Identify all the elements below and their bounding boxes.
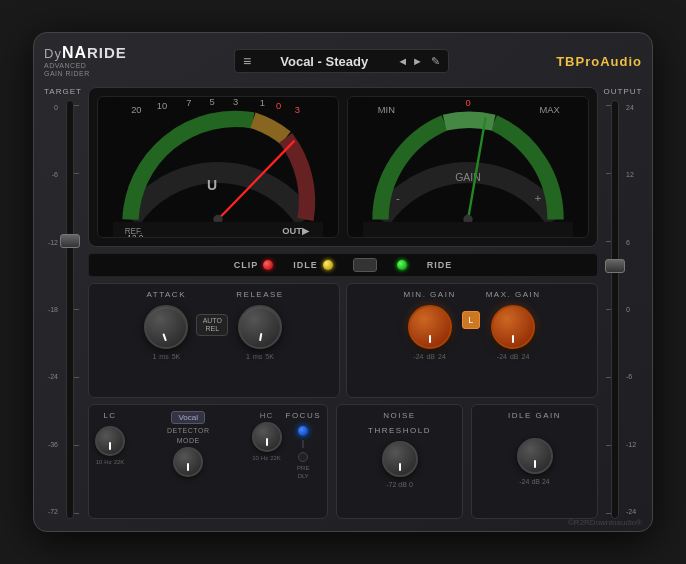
max-gain-indicator — [512, 335, 514, 343]
hc-label: HC — [260, 411, 274, 420]
status-button[interactable] — [353, 258, 377, 272]
ar-row: ATTACK 1 ms 5K — [95, 290, 333, 360]
idle-led — [323, 260, 333, 270]
release-section: RELEASE 1 ms 5K — [236, 290, 283, 360]
target-fader-area: 0 -6 -12 -18 -24 -36 -72 — [44, 100, 82, 519]
release-knob[interactable] — [238, 305, 282, 349]
release-ms-label: ms — [253, 353, 262, 360]
clip-led — [263, 260, 273, 270]
hc-section: HC 10 Hz 22K — [252, 411, 282, 461]
pencil-icon[interactable]: ✎ — [431, 55, 440, 68]
pre-dly-label: PRE — [297, 465, 309, 471]
svg-text:5: 5 — [210, 97, 215, 107]
attack-label: ATTACK — [147, 290, 186, 299]
vu-left-meter: 20 10 7 5 3 1 0 3 — [97, 96, 339, 238]
link-button[interactable]: L — [462, 311, 480, 329]
svg-text:0: 0 — [276, 101, 281, 111]
brand-name: TBProAudio — [556, 54, 642, 69]
hc-knob[interactable] — [252, 422, 282, 452]
noise-indicator — [399, 463, 401, 471]
attack-knob[interactable] — [144, 305, 188, 349]
max-gain-knob[interactable] — [491, 305, 535, 349]
svg-text:0: 0 — [465, 98, 470, 108]
attack-ms-label: ms — [159, 353, 168, 360]
target-fader-track[interactable] — [66, 100, 74, 519]
plugin-container: DyNARIDE ADVANCED GAIN RIDER ≡ Vocal - S… — [33, 32, 653, 532]
min-gain-high: 24 — [438, 353, 446, 360]
lc-label: LC — [103, 411, 116, 420]
svg-text:3: 3 — [233, 97, 238, 107]
logo-dy: Dy — [44, 46, 62, 61]
focus-section: FOCUS PRE DLY — [286, 411, 322, 479]
attack-release-panel: ATTACK 1 ms 5K — [88, 283, 340, 398]
idle-gain-section: IDLE GAIN -24 dB 24 — [478, 411, 591, 485]
vu-right-svg: MIN 0 MAX GAIN - — [348, 97, 588, 237]
meters-section: 20 10 7 5 3 1 0 3 — [88, 87, 598, 247]
attack-knob-indicator — [163, 333, 168, 341]
output-fader-area: 24 12 6 0 -6 -12 -24 — [604, 100, 642, 519]
attack-knob-wrapper — [144, 305, 188, 349]
prev-preset-button[interactable]: ◄ — [397, 55, 408, 67]
hamburger-icon[interactable]: ≡ — [243, 53, 251, 69]
svg-text:-: - — [396, 191, 400, 204]
max-gain-label: MAX. GAIN — [486, 290, 541, 299]
noise-threshold-label: NOISE — [383, 411, 415, 420]
max-gain-high: 24 — [522, 353, 530, 360]
min-gain-label: MIN. GAIN — [403, 290, 455, 299]
focus-dot[interactable] — [298, 426, 308, 436]
controls-section: ATTACK 1 ms 5K — [88, 283, 598, 398]
logo: DyNARIDE ADVANCED GAIN RIDER — [44, 44, 127, 79]
detector-panel: LC 10 Hz 22K Vocal — [88, 404, 328, 519]
svg-rect-25 — [363, 222, 573, 237]
noise-threshold-label2: THRESHOLD — [368, 426, 431, 435]
target-label: TARGET — [44, 87, 82, 96]
min-gain-db: dB — [426, 353, 435, 360]
focus-label: FOCUS — [286, 411, 322, 420]
release-label: RELEASE — [236, 290, 283, 299]
detector-indicator — [187, 463, 189, 471]
preset-bar: ≡ Vocal - Steady ◄ ► ✎ — [234, 49, 449, 73]
min-gain-indicator — [429, 335, 431, 343]
output-fader-col: OUTPUT 24 12 6 0 -6 -12 -24 — [604, 87, 642, 519]
logo-subtitle: ADVANCED GAIN RIDER — [44, 62, 127, 79]
min-gain-knob[interactable] — [408, 305, 452, 349]
detector-mode-knob[interactable] — [173, 447, 203, 477]
attack-5k: 5K — [172, 353, 181, 360]
vocal-badge: Vocal — [171, 411, 205, 424]
next-preset-button[interactable]: ► — [412, 55, 423, 67]
main-area: TARGET 0 -6 -12 -18 -24 -36 -72 — [44, 87, 642, 519]
clip-label: CLIP — [234, 260, 259, 270]
ride-led — [397, 260, 407, 270]
min-max-gain-panel: MIN. GAIN -24 dB 24 L — [346, 283, 598, 398]
auto-rel-button[interactable]: AUTOREL — [196, 314, 228, 337]
lc-knob[interactable] — [95, 426, 125, 456]
idle-status: IDLE — [293, 260, 333, 270]
logo-ride: RIDE — [87, 44, 127, 61]
detector-mode-label: DETECTOR — [167, 427, 209, 434]
detector-mode-section: Vocal DETECTOR MODE — [129, 411, 248, 477]
max-gain-low: -24 — [497, 353, 507, 360]
detector-mode-label2: MODE — [177, 437, 200, 444]
center-panel: 20 10 7 5 3 1 0 3 — [88, 87, 598, 519]
svg-text:MAX: MAX — [540, 105, 561, 115]
output-fader-track[interactable] — [611, 100, 619, 519]
ride-label: RIDE — [427, 260, 453, 270]
idle-gain-indicator — [534, 460, 536, 468]
vu-left-svg: 20 10 7 5 3 1 0 3 — [98, 97, 338, 237]
logo-area: DyNARIDE ADVANCED GAIN RIDER — [44, 44, 127, 79]
noise-threshold-knob[interactable] — [382, 441, 418, 477]
focus-dot-2[interactable] — [298, 452, 308, 462]
output-label: OUTPUT — [604, 87, 643, 96]
bottom-controls-row: LC 10 Hz 22K Vocal — [88, 404, 598, 519]
output-fader-handle[interactable] — [605, 259, 625, 273]
max-gain-section: MAX. GAIN -24 dB 24 — [486, 290, 541, 360]
vu-right-meter: MIN 0 MAX GAIN - — [347, 96, 589, 238]
idle-gain-knob[interactable] — [517, 438, 553, 474]
svg-text:OUT▶: OUT▶ — [282, 226, 310, 236]
release-ms: 1 — [246, 353, 250, 360]
target-fader-handle[interactable] — [60, 234, 80, 248]
noise-threshold-section: NOISE THRESHOLD -72 dB 0 — [343, 411, 456, 488]
preset-name: Vocal - Steady — [259, 54, 389, 69]
lc-section: LC 10 Hz 22K — [95, 411, 125, 465]
min-gain-section: MIN. GAIN -24 dB 24 — [403, 290, 455, 360]
